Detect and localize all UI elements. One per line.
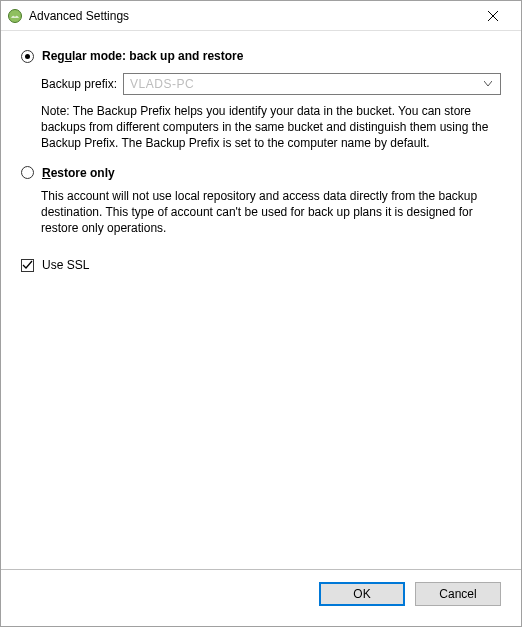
window-title: Advanced Settings (29, 9, 473, 23)
radio-selected-icon (21, 50, 34, 63)
app-icon (7, 8, 23, 24)
footer-area: OK Cancel (1, 569, 521, 626)
close-icon (488, 11, 498, 21)
use-ssl-option[interactable]: Use SSL (21, 258, 501, 272)
ok-button[interactable]: OK (319, 582, 405, 606)
regular-mode-note: Note: The Backup Prefix helps you identi… (41, 103, 501, 152)
backup-prefix-value: VLADS-PC (130, 77, 480, 91)
radio-unselected-icon (21, 166, 34, 179)
backup-prefix-row: Backup prefix: VLADS-PC (41, 73, 501, 95)
footer: OK Cancel (1, 570, 521, 626)
use-ssl-label: Use SSL (42, 258, 89, 272)
checkbox-checked-icon (21, 259, 34, 272)
cancel-button[interactable]: Cancel (415, 582, 501, 606)
regular-mode-option[interactable]: Regular mode: back up and restore (21, 49, 501, 63)
restore-only-option[interactable]: Restore only (21, 166, 501, 180)
backup-prefix-combobox[interactable]: VLADS-PC (123, 73, 501, 95)
regular-mode-label: Regular mode: back up and restore (42, 49, 243, 63)
close-button[interactable] (473, 2, 513, 30)
titlebar: Advanced Settings (1, 1, 521, 31)
dialog-body: Regular mode: back up and restore Backup… (1, 31, 521, 569)
restore-only-label: Restore only (42, 166, 115, 180)
restore-only-note: This account will not use local reposito… (41, 188, 501, 237)
svg-point-0 (9, 9, 22, 22)
backup-prefix-label: Backup prefix: (41, 77, 117, 91)
chevron-down-icon (480, 81, 496, 87)
advanced-settings-dialog: Advanced Settings Regular mode: back up … (0, 0, 522, 627)
